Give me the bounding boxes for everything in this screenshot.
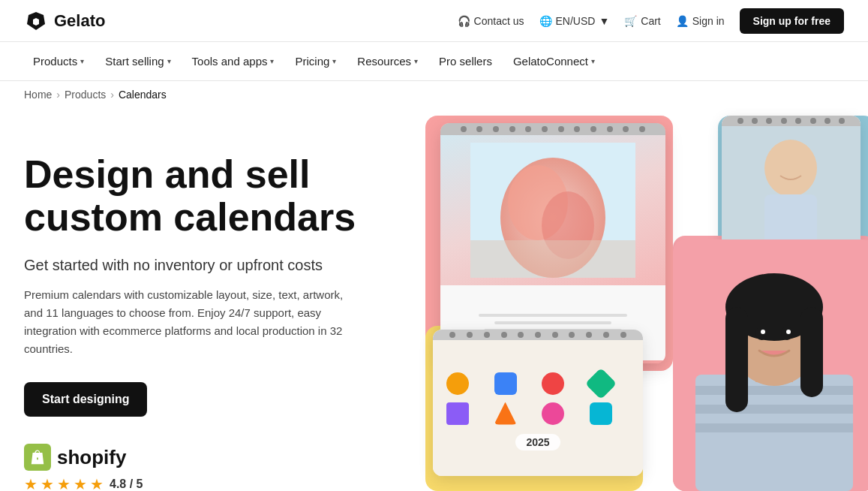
- breadcrumb-separator: ›: [110, 89, 114, 101]
- svg-rect-11: [695, 405, 853, 414]
- cart-icon: 🛒: [624, 15, 637, 27]
- nav-item-resources[interactable]: Resources ▾: [348, 49, 427, 74]
- globe-icon: 🌐: [539, 15, 552, 27]
- cart-link[interactable]: 🛒 Cart: [624, 15, 660, 27]
- rating-value: 4.8 / 5: [110, 477, 143, 491]
- shape-2: [494, 372, 517, 395]
- svg-point-20: [761, 330, 765, 334]
- svg-rect-10: [695, 386, 853, 395]
- calendar-2-image: [722, 126, 860, 258]
- nav-item-products[interactable]: Products ▾: [24, 49, 93, 74]
- signin-link[interactable]: 👤 Sign in: [676, 15, 725, 27]
- breadcrumb-current: Calendars: [119, 89, 167, 101]
- shopify-bag-icon: [24, 444, 51, 471]
- svg-rect-4: [470, 240, 635, 278]
- chevron-down-icon: ▾: [414, 57, 418, 65]
- breadcrumb-products[interactable]: Products: [65, 89, 106, 101]
- headphone-icon: 🎧: [458, 15, 470, 27]
- hero-title: Design and sell custom calendars: [24, 153, 414, 239]
- logo[interactable]: Gelato: [24, 9, 105, 33]
- nav-item-pro-sellers[interactable]: Pro sellers: [430, 49, 501, 74]
- shape-1: [446, 372, 469, 395]
- coral-art: [470, 143, 635, 278]
- topbar: Gelato 🎧 Contact us 🌐 EN/USD ▼ 🛒 Cart 👤 …: [0, 0, 868, 42]
- start-designing-button[interactable]: Start designing: [24, 382, 147, 417]
- shopify-logo: shopify: [24, 444, 414, 471]
- shape-4: [584, 367, 616, 399]
- chevron-down-icon: ▾: [591, 57, 595, 65]
- navbar: Products ▾ Start selling ▾ Tools and app…: [0, 42, 868, 81]
- breadcrumb-home[interactable]: Home: [24, 89, 52, 101]
- chevron-down-icon: ▾: [270, 57, 274, 65]
- shape-8: [590, 402, 612, 425]
- woman-illustration: [673, 239, 868, 491]
- nav-item-gelato-connect[interactable]: GelatoConnect ▾: [504, 49, 604, 74]
- user-icon: 👤: [676, 15, 689, 27]
- colorful-shapes-grid: [440, 366, 635, 431]
- shape-5: [446, 402, 469, 425]
- hero-content: Design and sell custom calendars Get sta…: [24, 138, 414, 491]
- star-4: ★: [74, 475, 87, 491]
- shape-6: [494, 402, 517, 425]
- star-3: ★: [57, 475, 71, 491]
- calendar-image: [440, 135, 665, 285]
- gelato-logo-icon: [24, 9, 48, 33]
- calendar-spiral: [440, 123, 665, 135]
- star-rating: ★ ★ ★ ★ ★ 4.8 / 5: [24, 475, 414, 491]
- star-5: ★: [90, 475, 104, 491]
- shopify-badge: shopify ★ ★ ★ ★ ★ 4.8 / 5 based on 1177 …: [24, 444, 414, 491]
- calendar-3-year-badge: 2025: [515, 434, 560, 450]
- shape-3: [542, 372, 564, 395]
- chevron-down-icon: ▾: [167, 57, 171, 65]
- hero-section: Design and sell custom calendars Get sta…: [0, 108, 868, 491]
- shopify-icon: [29, 449, 46, 465]
- nav-item-pricing[interactable]: Pricing ▾: [286, 49, 345, 74]
- calendar-main: [440, 123, 665, 363]
- svg-rect-17: [800, 307, 823, 397]
- topbar-actions: 🎧 Contact us 🌐 EN/USD ▼ 🛒 Cart 👤 Sign in…: [458, 8, 844, 34]
- woman-photo: [673, 239, 868, 491]
- signup-button[interactable]: Sign up for free: [740, 8, 844, 34]
- nav-item-start-selling[interactable]: Start selling ▾: [96, 49, 179, 74]
- hero-image-area: 2025: [425, 108, 868, 491]
- breadcrumb-separator: ›: [56, 89, 60, 101]
- star-2: ★: [41, 475, 54, 491]
- svg-point-6: [764, 140, 817, 197]
- calendar-bottom: 2025: [433, 330, 643, 476]
- calendar-3-image: 2025: [433, 340, 643, 476]
- person-art: [722, 126, 860, 258]
- chevron-down-icon: ▾: [332, 57, 336, 65]
- contact-link[interactable]: 🎧 Contact us: [458, 15, 524, 27]
- svg-point-21: [786, 330, 791, 334]
- shopify-name: shopify: [57, 446, 126, 469]
- calendar-2-spiral: [722, 116, 860, 126]
- language-selector[interactable]: 🌐 EN/USD ▼: [539, 15, 610, 27]
- hero-description: Premium calendars with customizable layo…: [24, 286, 354, 358]
- svg-rect-16: [725, 307, 748, 412]
- calendar-collage: 2025: [425, 108, 868, 491]
- shape-7: [542, 402, 564, 425]
- hero-subtitle: Get started with no inventory or upfront…: [24, 257, 414, 274]
- chevron-down-icon: ▼: [599, 15, 609, 27]
- brand-name: Gelato: [54, 11, 105, 31]
- nav-item-tools-apps[interactable]: Tools and apps ▾: [183, 49, 284, 74]
- breadcrumb: Home › Products › Calendars: [0, 81, 868, 108]
- svg-rect-12: [695, 423, 853, 432]
- chevron-down-icon: ▾: [80, 57, 84, 65]
- calendar-3-spiral: [433, 330, 643, 340]
- star-1: ★: [24, 475, 38, 491]
